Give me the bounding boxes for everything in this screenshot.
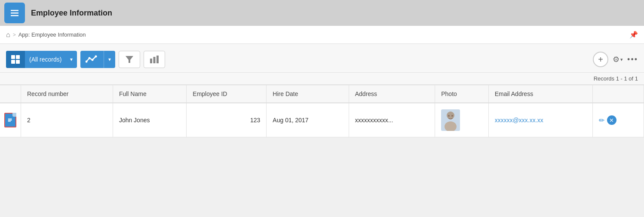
email-link[interactable]: xxxxxx@xxx.xx.xx: [495, 117, 543, 124]
hire-date-cell: Aug 01, 2017: [267, 103, 349, 137]
svg-rect-12: [150, 59, 152, 63]
photo-cell: [435, 103, 488, 137]
svg-rect-6: [16, 60, 20, 64]
chart-button[interactable]: ▾: [80, 51, 115, 68]
view-label: (All records): [25, 56, 66, 63]
chart-dropdown-arrow[interactable]: ▾: [104, 51, 115, 68]
page-title: Employee Information: [31, 9, 112, 18]
col-actions: [592, 85, 644, 103]
gear-icon: ⚙: [613, 55, 619, 64]
edit-button[interactable]: ✏: [599, 116, 604, 124]
email-address-cell: xxxxxx@xxx.xx.xx: [488, 103, 592, 137]
toolbar: (All records) ▾ ▾ +: [0, 44, 644, 73]
filter-icon: [125, 55, 134, 64]
col-photo: Photo: [435, 85, 488, 103]
col-selector: [0, 85, 21, 103]
records-count: Records 1 - 1 of 1: [0, 73, 644, 85]
employee-id-cell: 123: [187, 103, 267, 137]
toolbar-right: + ⚙ ▾ •••: [593, 52, 638, 67]
col-email-address: Email Address: [488, 85, 592, 103]
bar-chart-button[interactable]: [144, 51, 165, 68]
data-table: Record number Full Name Employee ID Hire…: [0, 85, 644, 137]
app-header: Employee Information: [0, 0, 644, 26]
record-number-cell: 2: [21, 103, 113, 137]
svg-rect-3: [11, 55, 15, 59]
col-address: Address: [349, 85, 435, 103]
svg-marker-11: [126, 56, 133, 63]
settings-button[interactable]: ⚙ ▾: [613, 55, 623, 64]
svg-point-9: [92, 59, 94, 61]
svg-rect-1: [11, 12, 18, 14]
svg-point-20: [448, 115, 450, 117]
col-full-name: Full Name: [113, 85, 186, 103]
svg-rect-14: [156, 56, 159, 63]
col-employee-id: Employee ID: [187, 85, 267, 103]
action-buttons-cell: ✏ ✕: [592, 103, 644, 137]
document-icon[interactable]: [4, 113, 16, 127]
svg-point-8: [89, 57, 91, 59]
person-silhouette: [441, 109, 460, 131]
home-icon[interactable]: ⌂: [6, 31, 10, 39]
breadcrumb-separator: >: [13, 32, 16, 38]
bar-chart-icon: [150, 55, 159, 64]
menu-icon: [9, 8, 20, 18]
table-row: 2 John Jones 123 Aug 01, 2017 xxxxxxxxxx…: [0, 103, 644, 137]
breadcrumb-text: App: Employee Information: [18, 31, 86, 38]
filter-button[interactable]: [119, 51, 140, 68]
col-hire-date: Hire Date: [267, 85, 349, 103]
svg-rect-17: [8, 121, 11, 122]
svg-rect-5: [11, 60, 15, 64]
svg-rect-0: [11, 10, 18, 11]
add-record-button[interactable]: +: [593, 52, 608, 67]
more-options-button[interactable]: •••: [627, 55, 638, 64]
table-header-row: Record number Full Name Employee ID Hire…: [0, 85, 644, 103]
view-selector[interactable]: (All records) ▾: [6, 51, 77, 68]
pin-icon[interactable]: 📌: [629, 31, 638, 39]
view-dropdown-arrow[interactable]: ▾: [66, 56, 77, 62]
gear-dropdown-arrow[interactable]: ▾: [620, 57, 623, 62]
svg-point-21: [451, 115, 453, 117]
avatar: [441, 109, 460, 131]
address-cell: xxxxxxxxxxx...: [349, 103, 435, 137]
delete-button[interactable]: ✕: [607, 115, 616, 125]
breadcrumb: ⌂ > App: Employee Information 📌: [0, 26, 644, 44]
col-record-number: Record number: [21, 85, 113, 103]
svg-rect-13: [153, 57, 156, 63]
svg-rect-15: [8, 119, 12, 120]
svg-rect-4: [16, 55, 20, 59]
svg-rect-2: [11, 15, 18, 16]
svg-point-10: [95, 56, 97, 58]
svg-point-18: [447, 112, 454, 119]
svg-point-19: [445, 121, 457, 131]
svg-rect-16: [8, 120, 12, 121]
grid-view-icon: [6, 51, 25, 68]
record-icon-cell: [0, 103, 21, 137]
row-actions: ✏ ✕: [599, 115, 638, 125]
line-chart-icon: [80, 55, 104, 64]
menu-button[interactable]: [4, 3, 25, 23]
full-name-cell: John Jones: [113, 103, 186, 137]
